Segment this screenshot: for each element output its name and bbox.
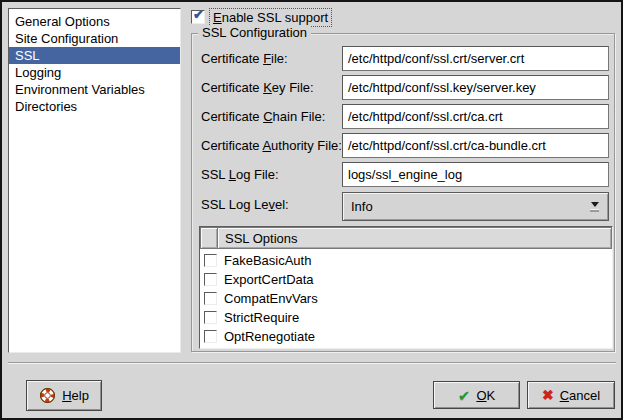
sidebar-item-logging[interactable]: Logging xyxy=(9,64,180,81)
ssl-log-file-input[interactable]: logs/ssl_engine_log xyxy=(342,162,609,187)
ssl-option-checkbox-exportcertdata[interactable] xyxy=(204,273,217,286)
ssl-option-label: FakeBasicAuth xyxy=(224,253,311,268)
ssl-options-table: SSL Options FakeBasicAuthExportCertDataC… xyxy=(199,226,613,349)
ssl-option-row-compatenvvars[interactable]: CompatEnvVars xyxy=(200,289,612,308)
ssl-option-row-strictrequire[interactable]: StrictRequire xyxy=(200,308,612,327)
ssl-log-level-label: SSL Log Level: xyxy=(201,196,289,213)
ssl-option-row-optrenegotiate[interactable]: OptRenegotiate xyxy=(200,327,612,346)
ssl-log-level-value: Info xyxy=(343,199,590,214)
ssl-options-rows: FakeBasicAuthExportCertDataCompatEnvVars… xyxy=(200,249,612,348)
ssl-option-label: CompatEnvVars xyxy=(224,291,318,306)
ssl-option-checkbox-compatenvvars[interactable] xyxy=(204,292,217,305)
sidebar-item-directories[interactable]: Directories xyxy=(9,98,180,115)
certificate-file-label: Certificate File: xyxy=(201,50,288,67)
certificate-chain-file-input[interactable]: /etc/httpd/conf/ssl.crt/ca.crt xyxy=(342,104,609,129)
dropdown-arrow-icon xyxy=(590,202,599,212)
enable-ssl-checkbox[interactable]: ✔ xyxy=(191,10,205,24)
ssl-options-header-row: SSL Options xyxy=(200,227,612,249)
help-button[interactable]: Help xyxy=(26,380,102,411)
help-button-label: Help xyxy=(62,388,89,403)
options-header[interactable]: SSL Options xyxy=(217,227,612,249)
options-header-spacer[interactable] xyxy=(200,227,218,249)
options-header-label: SSL Options xyxy=(225,231,298,246)
cross-icon: ✖ xyxy=(542,388,554,402)
sidebar-item-ssl[interactable]: SSL xyxy=(9,47,180,64)
ssl-settings-window: General OptionsSite ConfigurationSSLLogg… xyxy=(0,0,623,420)
certificate-authority-file-input[interactable]: /etc/httpd/conf/ssl.crt/ca-bundle.crt xyxy=(342,133,609,158)
separator xyxy=(8,362,616,364)
check-icon: ✔ xyxy=(458,388,471,403)
ssl-option-checkbox-fakebasicauth[interactable] xyxy=(204,254,217,267)
sidebar-item-environment-variables[interactable]: Environment Variables xyxy=(9,81,180,98)
sidebar-item-general-options[interactable]: General Options xyxy=(9,13,180,30)
sidebar-item-site-configuration[interactable]: Site Configuration xyxy=(9,30,180,47)
ssl-option-checkbox-strictrequire[interactable] xyxy=(204,311,217,324)
check-icon: ✔ xyxy=(193,7,204,22)
ssl-option-row-exportcertdata[interactable]: ExportCertData xyxy=(200,270,612,289)
ssl-log-file-label: SSL Log File: xyxy=(201,166,279,183)
certificate-key-file-label: Certificate Key File: xyxy=(201,79,314,96)
cancel-button-label: Cancel xyxy=(560,388,600,403)
category-list[interactable]: General OptionsSite ConfigurationSSLLogg… xyxy=(8,8,181,353)
lifebuoy-icon xyxy=(39,387,56,404)
frame-title: SSL Configuration xyxy=(198,25,311,41)
ssl-option-label: StrictRequire xyxy=(224,310,299,325)
certificate-authority-file-label: Certificate Authority File: xyxy=(201,137,342,154)
ssl-option-row-fakebasicauth[interactable]: FakeBasicAuth xyxy=(200,251,612,270)
ssl-option-label: OptRenegotiate xyxy=(224,329,315,344)
ssl-configuration-frame: SSL Configuration SSL Options FakeBasicA… xyxy=(191,33,615,352)
ssl-log-level-dropdown[interactable]: Info xyxy=(342,192,609,221)
certificate-key-file-input[interactable]: /etc/httpd/conf/ssl.key/server.key xyxy=(342,75,609,100)
ssl-option-checkbox-optrenegotiate[interactable] xyxy=(204,330,217,343)
certificate-chain-file-label: Certificate Chain File: xyxy=(201,108,325,125)
ok-button-label: OK xyxy=(476,388,495,403)
ssl-option-label: ExportCertData xyxy=(224,272,314,287)
ok-button[interactable]: ✔ OK xyxy=(433,381,520,409)
certificate-file-input[interactable]: /etc/httpd/conf/ssl.crt/server.crt xyxy=(342,46,609,71)
cancel-button[interactable]: ✖ Cancel xyxy=(527,381,615,409)
